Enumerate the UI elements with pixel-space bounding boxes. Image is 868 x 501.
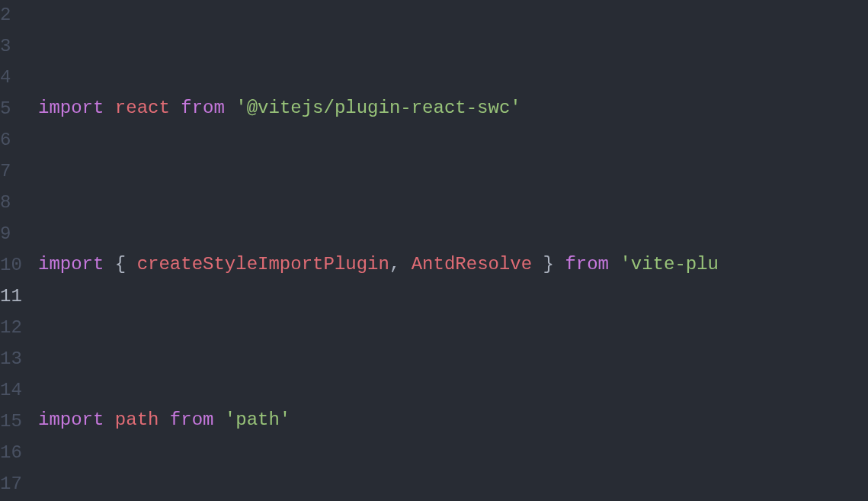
- keyword-from: from: [181, 98, 225, 118]
- code-line[interactable]: import { createStyleImportPlugin, AntdRe…: [38, 249, 868, 281]
- keyword-import: import: [38, 254, 104, 275]
- line-number-gutter: 2 3 4 5 6 7 8 9 10 11 12 13 14 15 16 17: [0, 0, 38, 501]
- code-line[interactable]: import react from '@vitejs/plugin-react-…: [38, 93, 868, 124]
- identifier: createStyleImportPlugin: [137, 254, 389, 275]
- keyword-from: from: [565, 254, 609, 275]
- brace: {: [115, 254, 137, 275]
- comma: ,: [389, 254, 412, 275]
- line-number: 16: [0, 438, 22, 469]
- string-literal: 'vite-plu: [620, 254, 719, 275]
- line-number: 4: [0, 63, 11, 94]
- identifier: AntdResolve: [412, 254, 532, 275]
- code-line[interactable]: import path from 'path': [38, 405, 868, 436]
- line-number: 10: [0, 250, 22, 281]
- line-number-active: 11: [0, 281, 22, 313]
- keyword-import: import: [38, 409, 104, 430]
- line-number: 2: [0, 0, 11, 31]
- identifier: path: [115, 409, 159, 430]
- line-number: 6: [0, 125, 11, 156]
- line-number: 15: [0, 406, 22, 438]
- line-number: 5: [0, 94, 11, 125]
- keyword-import: import: [38, 98, 104, 118]
- line-number: 14: [0, 375, 22, 406]
- line-number: 7: [0, 156, 11, 188]
- code-area[interactable]: import react from '@vitejs/plugin-react-…: [38, 0, 868, 501]
- line-number: 17: [0, 469, 22, 500]
- keyword-from: from: [170, 409, 214, 430]
- string-literal: 'path': [225, 409, 290, 430]
- line-number: 9: [0, 219, 11, 250]
- line-number: 12: [0, 313, 22, 344]
- string-literal: '@vitejs/plugin-react-swc': [235, 98, 520, 118]
- line-number: 8: [0, 188, 11, 219]
- line-number: 3: [0, 31, 11, 63]
- brace: }: [532, 254, 565, 275]
- identifier: react: [115, 98, 170, 118]
- code-editor[interactable]: 2 3 4 5 6 7 8 9 10 11 12 13 14 15 16 17 …: [0, 0, 868, 501]
- line-number: 13: [0, 344, 22, 375]
